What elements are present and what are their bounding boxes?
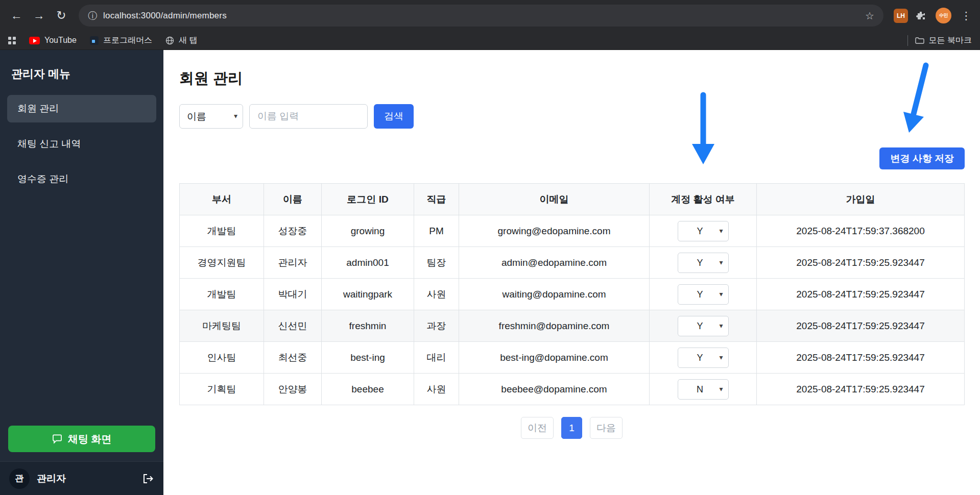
bookmarks-bar: YouTube 프로그래머스 새 탭 모든 북마크	[0, 31, 980, 50]
cell-email: growing@edopamine.com	[459, 215, 650, 247]
apps-grid-icon[interactable]	[8, 37, 16, 44]
admin-sidebar: 관리자 메뉴 회원 관리 채팅 신고 내역 영수증 관리 채팅 화면 관 관리자	[0, 50, 163, 495]
sidebar-item-receipts[interactable]: 영수증 관리	[7, 165, 156, 193]
active-select-wrap: Y ▾	[678, 316, 729, 336]
back-icon[interactable]: ←	[6, 6, 27, 26]
col-header-login-id: 로그인 ID	[322, 184, 414, 215]
url-text[interactable]: localhost:3000/admin/members	[103, 11, 227, 21]
logout-button[interactable]	[142, 473, 154, 484]
refresh-icon[interactable]: ↻	[51, 6, 71, 26]
table-row: 개발팀 박대기 waitingpark 사원 waiting@dopamine.…	[180, 279, 965, 310]
search-button[interactable]: 검색	[374, 104, 414, 129]
cell-joined: 2025-08-24T17:59:25.923447	[757, 310, 965, 342]
search-filter-select[interactable]: 이름	[180, 105, 243, 128]
table-row: 인사팀 최선중 best-ing 대리 best-ing@dopamine.co…	[180, 342, 965, 374]
sidebar-item-members[interactable]: 회원 관리	[7, 95, 156, 122]
active-select-wrap: Y ▾	[678, 284, 729, 305]
cell-email: freshmin@dopamine.com	[459, 310, 650, 342]
col-header-active: 계정 활성 여부	[650, 184, 757, 215]
active-select-wrap: N ▾	[678, 379, 729, 400]
table-row: 기획팀 안양봉 beebee 사원 beebee@dopamine.com N …	[180, 374, 965, 405]
cell-login-id: freshmin	[322, 310, 414, 342]
cell-name: 최선중	[264, 342, 322, 374]
divider	[907, 35, 908, 46]
profile-avatar[interactable]: 수민	[936, 8, 951, 23]
bookmark-youtube[interactable]: YouTube	[29, 36, 77, 45]
bookmark-new-tab[interactable]: 새 탭	[165, 35, 197, 46]
active-status-select[interactable]: Y	[678, 316, 728, 336]
cell-email: best-ing@dopamine.com	[459, 342, 650, 374]
table-header-row: 부서 이름 로그인 ID 직급 이메일 계정 활성 여부 가입일	[180, 184, 965, 215]
cell-name: 성장중	[264, 215, 322, 247]
browser-menu-icon[interactable]: ⋮	[959, 10, 974, 22]
cell-name: 관리자	[264, 247, 322, 279]
user-avatar: 관	[9, 468, 30, 489]
col-header-email: 이메일	[459, 184, 650, 215]
pagination-next-button[interactable]: 다음	[590, 417, 623, 439]
pagination: 이전 1 다음	[179, 417, 964, 439]
cell-dept: 경영지원팀	[180, 247, 264, 279]
bookmark-star-icon[interactable]: ☆	[865, 10, 874, 22]
cell-login-id: beebee	[322, 374, 414, 405]
cell-dept: 인사팀	[180, 342, 264, 374]
programmers-icon	[90, 36, 99, 45]
cell-rank: 팀장	[414, 247, 459, 279]
user-name: 관리자	[37, 472, 135, 485]
folder-icon	[915, 37, 924, 44]
col-header-joined: 가입일	[757, 184, 965, 215]
forward-icon[interactable]: →	[29, 6, 49, 26]
active-status-select[interactable]: N	[678, 380, 728, 399]
sidebar-user-bar: 관 관리자	[0, 461, 163, 495]
address-bar[interactable]: ⓘ localhost:3000/admin/members ☆	[79, 5, 883, 27]
active-select-wrap: Y ▾	[678, 348, 729, 368]
active-status-select[interactable]: Y	[678, 253, 728, 273]
cell-dept: 마케팅팀	[180, 310, 264, 342]
extension-badge[interactable]: LH	[894, 9, 908, 23]
active-status-select[interactable]: Y	[678, 285, 728, 304]
logout-icon	[142, 473, 154, 484]
sidebar-title: 관리자 메뉴	[11, 66, 152, 82]
cell-rank: 사원	[414, 374, 459, 405]
save-changes-button[interactable]: 변경 사항 저장	[879, 147, 965, 169]
search-filter-wrap: 이름 ▾	[179, 104, 243, 129]
cell-rank: 사원	[414, 279, 459, 310]
cell-dept: 개발팀	[180, 279, 264, 310]
cell-login-id: best-ing	[322, 342, 414, 374]
globe-icon	[165, 36, 174, 45]
extensions-puzzle-icon[interactable]	[913, 8, 928, 23]
search-input[interactable]	[249, 104, 368, 129]
browser-toolbar: ← → ↻ ⓘ localhost:3000/admin/members ☆ L…	[0, 0, 980, 31]
active-status-select[interactable]: Y	[678, 221, 728, 241]
cell-name: 신선민	[264, 310, 322, 342]
cell-name: 안양봉	[264, 374, 322, 405]
cell-name: 박대기	[264, 279, 322, 310]
active-status-select[interactable]: Y	[678, 348, 728, 367]
cell-dept: 개발팀	[180, 215, 264, 247]
cell-login-id: growing	[322, 215, 414, 247]
cell-joined: 2025-08-24T17:59:25.923447	[757, 374, 965, 405]
bookmark-programmers[interactable]: 프로그래머스	[90, 35, 152, 46]
sidebar-item-chat-reports[interactable]: 채팅 신고 내역	[7, 130, 156, 158]
cell-rank: 대리	[414, 342, 459, 374]
site-info-icon[interactable]: ⓘ	[88, 10, 97, 22]
table-row: 경영지원팀 관리자 admin001 팀장 admin@edopamine.co…	[180, 247, 965, 279]
all-bookmarks[interactable]: 모든 북마크	[915, 35, 972, 46]
active-select-wrap: Y ▾	[678, 253, 729, 273]
cell-joined: 2025-08-24T17:59:25.923447	[757, 342, 965, 374]
chat-screen-button[interactable]: 채팅 화면	[8, 426, 155, 452]
cell-joined: 2025-08-24T17:59:25.923447	[757, 279, 965, 310]
cell-email: waiting@dopamine.com	[459, 279, 650, 310]
pagination-prev-button[interactable]: 이전	[521, 417, 554, 439]
cell-joined: 2025-08-24T17:59:25.923447	[757, 247, 965, 279]
col-header-name: 이름	[264, 184, 322, 215]
cell-dept: 기획팀	[180, 374, 264, 405]
members-page: 회원 관리 이름 ▾ 검색 변경 사항 저장 부서 이름	[163, 50, 980, 495]
page-title: 회원 관리	[179, 68, 965, 89]
active-select-wrap: Y ▾	[678, 221, 729, 241]
pagination-page-1-button[interactable]: 1	[561, 417, 582, 439]
cell-email: admin@edopamine.com	[459, 247, 650, 279]
cell-login-id: admin001	[322, 247, 414, 279]
search-controls: 이름 ▾ 검색	[179, 104, 965, 129]
cell-email: beebee@dopamine.com	[459, 374, 650, 405]
col-header-rank: 직급	[414, 184, 459, 215]
